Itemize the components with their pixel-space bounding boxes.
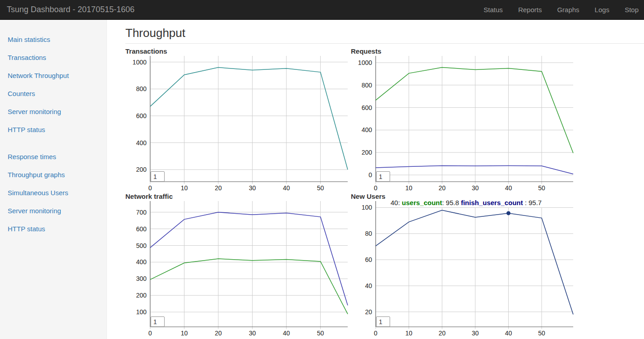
x-axis-tick-label: 30 (472, 330, 479, 335)
series-line (376, 210, 573, 314)
chart-title: Transactions (125, 48, 351, 55)
sidebar-item-simultaneous-users[interactable]: Simultaneous Users (8, 189, 68, 197)
x-axis-tick-label: 0 (374, 184, 377, 190)
sidebar-item: Throughput graphs (8, 170, 106, 179)
y-axis-tick-label: 400 (136, 258, 147, 266)
y-axis-tick-label: 20 (365, 308, 372, 316)
chart-plot-area: 40: users_count: 95.8 finish_users_count… (351, 200, 576, 335)
x-axis-tick-label: 0 (148, 184, 152, 190)
nav-logs[interactable]: Logs (595, 6, 610, 14)
scale-input[interactable] (376, 171, 390, 182)
nav-graphs[interactable]: Graphs (557, 6, 579, 14)
tooltip-series-value: : 95.7 (523, 199, 542, 206)
sidebar-item: Transactions (8, 53, 106, 62)
y-axis-tick-label: 600 (136, 112, 147, 119)
x-axis-tick-label: 20 (215, 330, 222, 335)
x-axis-tick-label: 50 (317, 184, 324, 190)
y-axis-tick-label: 200 (136, 292, 147, 299)
x-axis-tick-label: 20 (438, 184, 446, 190)
sidebar-item: Server monitoring (8, 107, 106, 116)
sidebar: Main statistics Transactions Network Thr… (0, 20, 107, 339)
x-axis-tick-label: 40 (505, 184, 512, 190)
network-traffic-line-chart[interactable]: 10020030040050060070001020304050 (125, 200, 351, 335)
x-axis-tick-label: 10 (405, 184, 413, 190)
y-axis-tick-label: 400 (136, 139, 147, 147)
title-divider (125, 43, 644, 44)
y-axis-tick-label: 1000 (358, 59, 372, 66)
nav-stop[interactable]: Stop (625, 6, 639, 14)
sidebar-item: Server monitoring (8, 206, 106, 215)
scale-input[interactable] (376, 316, 390, 327)
y-axis-tick-label: 200 (136, 166, 147, 173)
chart-network-traffic: Network traffic 100200300400500600700010… (125, 193, 351, 335)
chart-plot-area: 200400600800100001020304050 (125, 55, 351, 190)
sidebar-group-2: Response times Throughput graphs Simulta… (8, 152, 106, 234)
top-nav: Status Reports Graphs Logs Stop (483, 6, 644, 14)
y-axis-tick-label: 400 (362, 126, 373, 133)
sidebar-item-network-throughput[interactable]: Network Throughput (8, 72, 69, 79)
y-axis-tick-label: 800 (362, 82, 373, 89)
x-axis-tick-label: 40 (283, 184, 290, 190)
series-line (150, 259, 348, 314)
tooltip-series-label: finish_users_count (461, 199, 523, 206)
chart-transactions: Transactions 200400600800100001020304050 (125, 48, 351, 190)
scale-input[interactable] (151, 316, 165, 327)
sidebar-item: Counters (8, 89, 106, 98)
sidebar-item: Response times (8, 152, 106, 161)
chart-requests: Requests 0200400600800100001020304050 (351, 48, 576, 190)
x-axis-tick-label: 40 (283, 330, 290, 335)
brand-title[interactable]: Tsung Dashboard - 20170515-1606 (0, 5, 134, 14)
x-axis-tick-label: 20 (215, 184, 222, 190)
y-axis-tick-label: 600 (136, 225, 147, 233)
sidebar-item-response-times[interactable]: Response times (8, 153, 56, 160)
charts-grid: Transactions 200400600800100001020304050… (125, 48, 644, 338)
sidebar-item: Main statistics (8, 35, 106, 44)
series-line (376, 67, 573, 153)
sidebar-item-main-statistics[interactable]: Main statistics (8, 36, 50, 43)
sidebar-item-transactions[interactable]: Transactions (8, 54, 46, 61)
tooltip-series-label: users_count (402, 199, 442, 206)
nav-status[interactable]: Status (483, 6, 503, 14)
requests-line-chart[interactable]: 0200400600800100001020304050 (351, 55, 576, 190)
series-line (150, 212, 348, 306)
x-axis-tick-label: 30 (249, 184, 256, 190)
y-axis-tick-label: 60 (365, 256, 372, 263)
y-axis-tick-label: 300 (136, 275, 147, 282)
data-point-marker (506, 211, 511, 215)
y-axis-tick-label: 100 (136, 308, 147, 316)
nav-reports[interactable]: Reports (518, 6, 542, 14)
y-axis-tick-label: 1000 (133, 59, 147, 66)
x-axis-tick-label: 50 (538, 184, 545, 190)
x-axis-tick-label: 10 (405, 330, 413, 335)
sidebar-item-counters[interactable]: Counters (8, 90, 35, 97)
sidebar-item-server-monitoring-2[interactable]: Server monitoring (8, 207, 61, 215)
x-axis-tick-label: 10 (181, 184, 188, 190)
scale-input[interactable] (151, 171, 165, 182)
y-axis-tick-label: 600 (362, 104, 373, 111)
y-axis-tick-label: 800 (136, 85, 147, 92)
sidebar-item-http-status[interactable]: HTTP status (8, 126, 45, 133)
y-axis-tick-label: 0 (368, 171, 372, 179)
sidebar-item: HTTP status (8, 224, 106, 234)
y-axis-tick-label: 700 (136, 209, 147, 216)
y-axis-tick-label: 200 (362, 149, 373, 156)
y-axis-tick-label: 80 (365, 230, 372, 237)
sidebar-item: Simultaneous Users (8, 188, 106, 197)
sidebar-item-throughput-graphs[interactable]: Throughput graphs (8, 171, 65, 179)
x-axis-tick-label: 50 (317, 330, 324, 335)
x-axis-tick-label: 0 (374, 330, 377, 335)
x-axis-tick-label: 40 (505, 330, 512, 335)
page-title: Throughput (125, 27, 644, 40)
new-users-line-chart[interactable]: 2040608010001020304050 (351, 200, 576, 335)
sidebar-item-server-monitoring[interactable]: Server monitoring (8, 108, 61, 115)
y-axis-tick-label: 500 (136, 242, 147, 249)
x-axis-tick-label: 0 (148, 330, 152, 335)
y-axis-tick-label: 100 (362, 204, 373, 211)
transactions-line-chart[interactable]: 200400600800100001020304050 (125, 55, 351, 190)
x-axis-tick-label: 30 (472, 184, 479, 190)
series-line (150, 68, 348, 170)
tooltip-series-value: : 95.8 (442, 199, 461, 206)
sidebar-item-http-status-2[interactable]: HTTP status (8, 225, 45, 233)
x-axis-tick-label: 30 (249, 330, 256, 335)
y-axis-tick-label: 40 (365, 282, 372, 289)
